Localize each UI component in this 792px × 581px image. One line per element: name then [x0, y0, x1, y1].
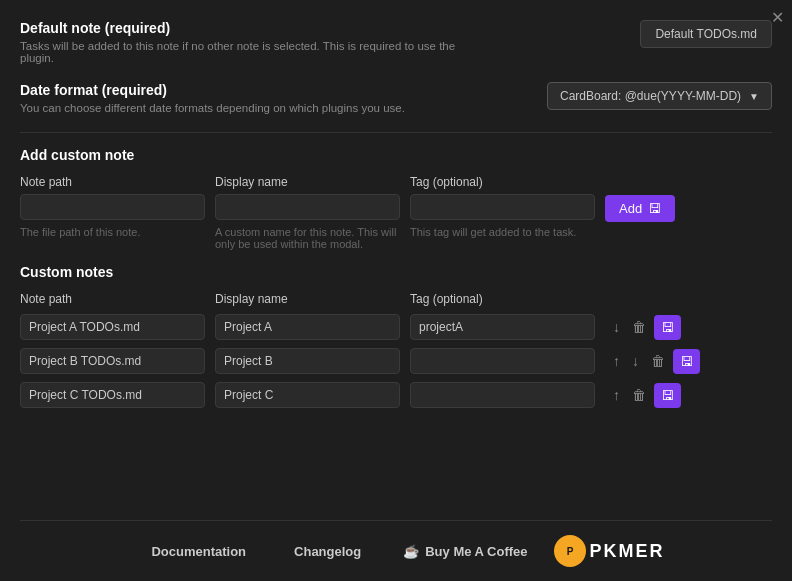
buy-me-coffee-button[interactable]: ☕ Buy Me A Coffee	[385, 536, 545, 567]
th-display-name: Display name	[215, 292, 400, 306]
row2-display-name-input[interactable]	[215, 348, 400, 374]
row1-tag-input[interactable]	[410, 314, 595, 340]
row2-save-button[interactable]: 🖫	[673, 349, 700, 374]
row3-display-name-cell	[215, 382, 400, 408]
default-note-title: Default note (required)	[20, 20, 480, 36]
table-header: Note path Display name Tag (optional)	[20, 292, 772, 306]
add-button-label: Add	[619, 201, 642, 216]
close-button[interactable]: ✕	[771, 8, 784, 27]
documentation-button[interactable]: Documentation	[127, 536, 270, 567]
date-format-title: Date format (required)	[20, 82, 405, 98]
custom-notes-title: Custom notes	[20, 264, 772, 280]
default-note-button[interactable]: Default TODOs.md	[640, 20, 772, 48]
changelog-button[interactable]: Changelog	[270, 536, 385, 567]
th-tag: Tag (optional)	[410, 292, 595, 306]
pkmer-icon: P	[560, 541, 580, 561]
row2-tag-cell	[410, 348, 595, 374]
th-note-path: Note path	[20, 292, 205, 306]
save-icon: 🖫	[648, 201, 661, 216]
row3-tag-cell	[410, 382, 595, 408]
row1-note-path-input[interactable]	[20, 314, 205, 340]
note-path-field-group: Note path	[20, 175, 205, 220]
tag-hint: This tag will get added to the task.	[410, 226, 595, 250]
row2-actions: ↑ ↓ 🗑 🖫	[609, 349, 700, 374]
custom-notes-section: Custom notes Note path Display name Tag …	[20, 264, 772, 512]
row2-note-path-input[interactable]	[20, 348, 205, 374]
note-path-input[interactable]	[20, 194, 205, 220]
form-hints: The file path of this note. A custom nam…	[20, 226, 772, 250]
note-path-hint: The file path of this note.	[20, 226, 205, 250]
row2-tag-input[interactable]	[410, 348, 595, 374]
date-format-section: Date format (required) You can choose di…	[20, 82, 772, 114]
display-name-hint: A custom name for this note. This will o…	[215, 226, 400, 250]
table-row: ↓ 🗑 🖫	[20, 314, 772, 340]
row2-down-button[interactable]: ↓	[628, 349, 643, 373]
row2-note-path-cell	[20, 348, 205, 374]
row3-display-name-input[interactable]	[215, 382, 400, 408]
date-format-dropdown-label: CardBoard: @due(YYYY-MM-DD)	[560, 89, 741, 103]
default-note-section: Default note (required) Tasks will be ad…	[20, 20, 772, 64]
row3-up-button[interactable]: ↑	[609, 383, 624, 407]
row1-tag-cell	[410, 314, 595, 340]
row3-tag-input[interactable]	[410, 382, 595, 408]
row3-delete-button[interactable]: 🗑	[628, 383, 650, 407]
table-row: ↑ 🗑 🖫	[20, 382, 772, 408]
row1-note-path-cell	[20, 314, 205, 340]
row1-down-button[interactable]: ↓	[609, 315, 624, 339]
divider-1	[20, 132, 772, 133]
default-note-info: Default note (required) Tasks will be ad…	[20, 20, 480, 64]
add-custom-note-section: Add custom note Note path Display name T…	[20, 147, 772, 264]
row3-note-path-cell	[20, 382, 205, 408]
display-name-label: Display name	[215, 175, 400, 189]
row1-save-button[interactable]: 🖫	[654, 315, 681, 340]
row2-up-button[interactable]: ↑	[609, 349, 624, 373]
date-format-info: Date format (required) You can choose di…	[20, 82, 405, 114]
row3-save-button[interactable]: 🖫	[654, 383, 681, 408]
coffee-label: Buy Me A Coffee	[425, 544, 527, 559]
default-note-description: Tasks will be added to this note if no o…	[20, 40, 480, 64]
svg-text:P: P	[566, 546, 573, 557]
row3-actions: ↑ 🗑 🖫	[609, 383, 681, 408]
date-format-description: You can choose different date formats de…	[20, 102, 405, 114]
chevron-down-icon: ▼	[749, 91, 759, 102]
row1-actions: ↓ 🗑 🖫	[609, 315, 681, 340]
row2-display-name-cell	[215, 348, 400, 374]
tag-label: Tag (optional)	[410, 175, 595, 189]
display-name-field-group: Display name	[215, 175, 400, 220]
footer: Documentation Changelog ☕ Buy Me A Coffe…	[20, 520, 772, 581]
tag-input[interactable]	[410, 194, 595, 220]
date-format-dropdown[interactable]: CardBoard: @due(YYYY-MM-DD) ▼	[547, 82, 772, 110]
row1-display-name-input[interactable]	[215, 314, 400, 340]
pkmer-text: PKMER	[590, 541, 665, 562]
row1-delete-button[interactable]: 🗑	[628, 315, 650, 339]
row2-delete-button[interactable]: 🗑	[647, 349, 669, 373]
row1-display-name-cell	[215, 314, 400, 340]
add-custom-note-button[interactable]: Add 🖫	[605, 195, 675, 222]
add-custom-note-title: Add custom note	[20, 147, 772, 163]
pkmer-logo: P PKMER	[554, 535, 665, 567]
display-name-input[interactable]	[215, 194, 400, 220]
coffee-icon: ☕	[403, 544, 419, 559]
row3-note-path-input[interactable]	[20, 382, 205, 408]
tag-field-group: Tag (optional)	[410, 175, 595, 220]
note-path-label: Note path	[20, 175, 205, 189]
table-row: ↑ ↓ 🗑 🖫	[20, 348, 772, 374]
pkmer-logo-icon: P	[554, 535, 586, 567]
add-custom-note-form: Note path Display name Tag (optional) Ad…	[20, 175, 772, 222]
